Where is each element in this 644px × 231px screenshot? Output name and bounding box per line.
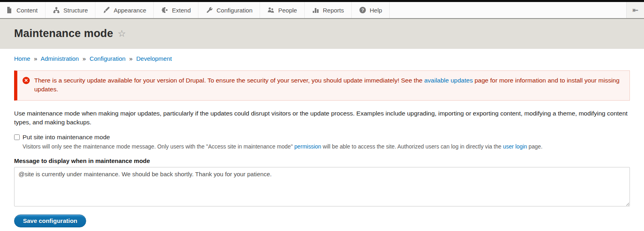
paintbrush-icon	[103, 6, 110, 14]
maintenance-mode-checkbox-label[interactable]: Put site into maintenance mode	[23, 134, 110, 141]
breadcrumb-link-administration[interactable]: Administration	[41, 55, 79, 62]
toolbar-item-people[interactable]: People	[260, 2, 305, 18]
main-content: Home » Administration » Configuration » …	[0, 55, 644, 227]
page-header: Maintenance mode ☆	[0, 19, 644, 49]
toolbar-item-appearance[interactable]: Appearance	[95, 2, 154, 18]
toolbar-item-label: Reports	[323, 7, 344, 14]
page-title: Maintenance mode	[14, 27, 113, 40]
breadcrumb-separator: »	[83, 55, 86, 62]
toolbar-item-label: People	[278, 7, 297, 14]
toolbar-item-label: Help	[370, 7, 382, 14]
maintenance-mode-intro: Use maintenance mode when making major u…	[14, 109, 630, 127]
file-icon	[6, 6, 13, 14]
maintenance-message-textarea[interactable]: @site is currently under maintenance. We…	[14, 167, 630, 206]
collapse-left-icon: ⇤	[632, 6, 638, 14]
bar-chart-icon	[312, 6, 319, 14]
people-icon	[267, 6, 275, 14]
error-icon: ✕	[23, 77, 30, 84]
admin-toolbar: Content Structure Appearance Extend Conf	[0, 2, 644, 19]
svg-text:?: ?	[361, 8, 364, 12]
permission-link[interactable]: permission	[294, 144, 321, 150]
available-updates-link[interactable]: available updates	[424, 77, 473, 84]
checkbox-desc-part3: page.	[527, 144, 542, 150]
toolbar-spacer	[390, 2, 626, 18]
toolbar-item-help[interactable]: ? Help	[352, 2, 390, 18]
toolbar-item-reports[interactable]: Reports	[305, 2, 352, 18]
checkbox-desc-part1: Visitors will only see the maintenance m…	[23, 144, 294, 150]
maintenance-mode-checkbox-row: Put site into maintenance mode	[14, 134, 630, 141]
save-configuration-button[interactable]: Save configuration	[14, 214, 86, 227]
breadcrumb-link-configuration[interactable]: Configuration	[90, 55, 126, 62]
message-field-label: Message to display when in maintenance m…	[14, 157, 630, 164]
breadcrumb-link-home[interactable]: Home	[14, 55, 30, 62]
error-text-before: There is a security update available for…	[34, 77, 424, 84]
maintenance-mode-checkbox[interactable]	[14, 134, 20, 140]
toolbar-item-label: Structure	[64, 7, 88, 14]
shortcut-star-icon[interactable]: ☆	[118, 29, 126, 38]
toolbar-orientation-toggle[interactable]: ⇤	[626, 2, 644, 18]
wrench-icon	[206, 6, 213, 14]
toolbar-item-configuration[interactable]: Configuration	[198, 2, 260, 18]
puzzle-icon	[161, 6, 168, 14]
security-update-error-message: ✕ There is a security update available f…	[14, 70, 630, 101]
toolbar-item-label: Configuration	[217, 7, 252, 14]
drupal-admin-page: Content Structure Appearance Extend Conf	[0, 0, 644, 231]
breadcrumb-separator: »	[34, 55, 37, 62]
toolbar-item-label: Appearance	[114, 7, 146, 14]
user-login-link[interactable]: user login	[503, 144, 527, 150]
breadcrumb: Home » Administration » Configuration » …	[14, 55, 630, 62]
toolbar-item-extend[interactable]: Extend	[154, 2, 198, 18]
toolbar-item-label: Content	[17, 7, 38, 14]
checkbox-desc-part2: will be able to access the site. Authori…	[321, 144, 503, 150]
maintenance-mode-checkbox-description: Visitors will only see the maintenance m…	[23, 143, 630, 151]
help-icon: ?	[359, 6, 366, 14]
error-message-text: There is a security update available for…	[34, 76, 622, 94]
breadcrumb-link-development[interactable]: Development	[136, 55, 172, 62]
toolbar-item-label: Extend	[172, 7, 191, 14]
toolbar-item-content[interactable]: Content	[0, 2, 45, 18]
toolbar-item-structure[interactable]: Structure	[45, 2, 96, 18]
breadcrumb-separator: »	[129, 55, 132, 62]
sitemap-icon	[53, 6, 60, 14]
